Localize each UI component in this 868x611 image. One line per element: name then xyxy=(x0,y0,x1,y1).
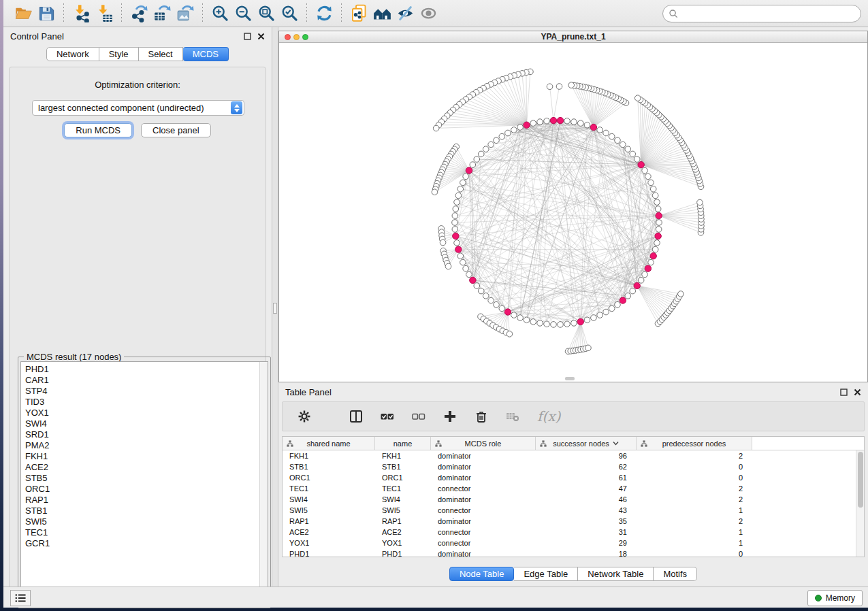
mcds-result-list[interactable]: PHD1CAR1STP4TID3YOX1SWI4SRD1PMA2FKH1ACE2… xyxy=(20,361,268,606)
hide-graphics-icon[interactable] xyxy=(393,3,417,24)
window-maximize-icon[interactable] xyxy=(302,34,308,40)
open-file-icon[interactable] xyxy=(12,3,35,24)
window-minimize-icon[interactable] xyxy=(293,34,300,40)
mcds-node-item[interactable]: CAR1 xyxy=(25,375,268,386)
table-row[interactable]: RAP1RAP1dominator352 xyxy=(283,516,856,527)
gear-icon[interactable] xyxy=(298,410,311,423)
columns-icon[interactable] xyxy=(349,410,363,423)
table-row[interactable]: PHD1PHD1dominator180 xyxy=(283,548,856,557)
first-neighbors-icon[interactable] xyxy=(370,3,393,24)
mcds-node-item[interactable]: STP4 xyxy=(25,386,268,397)
save-session-icon[interactable] xyxy=(35,3,58,24)
tab-network[interactable]: Network xyxy=(46,47,99,61)
network-graph[interactable] xyxy=(279,43,867,382)
cell-successor-nodes: 18 xyxy=(536,548,637,557)
column-header-successor-nodes[interactable]: successor nodes xyxy=(536,437,637,450)
mcds-node-item[interactable]: STB1 xyxy=(25,506,268,516)
mcds-node-item[interactable]: ACE2 xyxy=(25,462,268,473)
search-input[interactable] xyxy=(679,7,861,20)
mcds-node-item[interactable]: SRD1 xyxy=(25,429,268,440)
mcds-node-item[interactable]: ORC1 xyxy=(25,484,268,495)
table-row[interactable]: ORC1ORC1dominator610 xyxy=(283,472,856,483)
mcds-node-item[interactable]: SWI4 xyxy=(25,418,268,429)
cell-shared-name: PHD1 xyxy=(283,548,375,557)
tab-edge-table[interactable]: Edge Table xyxy=(514,567,578,581)
deselect-all-icon[interactable] xyxy=(412,410,425,423)
canvas-hscroll-thumb[interactable] xyxy=(565,377,575,380)
close-panel-icon[interactable] xyxy=(257,33,265,40)
export-table-icon[interactable] xyxy=(150,3,174,24)
run-mcds-button[interactable]: Run MCDS xyxy=(64,123,132,137)
cell-name: YOX1 xyxy=(375,538,431,548)
panel-menu-button[interactable] xyxy=(10,590,31,606)
zoom-selected-icon[interactable] xyxy=(278,3,301,24)
add-icon[interactable] xyxy=(443,410,457,423)
mcds-node-item[interactable]: STB5 xyxy=(25,473,268,484)
cell-name: STB1 xyxy=(375,461,431,472)
zoom-in-icon[interactable] xyxy=(208,3,231,24)
delete-table-icon xyxy=(506,410,519,423)
mcds-node-item[interactable]: GCR1 xyxy=(25,538,268,549)
export-image-icon[interactable] xyxy=(174,3,197,24)
window-close-icon[interactable] xyxy=(285,34,291,40)
tab-select[interactable]: Select xyxy=(139,47,183,61)
import-table-icon[interactable] xyxy=(93,3,116,24)
table-panel: Table Panel xyxy=(278,383,868,587)
network-canvas[interactable] xyxy=(279,43,867,382)
mcds-list-scrollbar[interactable] xyxy=(259,362,268,605)
float-panel-icon[interactable] xyxy=(244,33,251,40)
mcds-node-item[interactable]: YOX1 xyxy=(25,408,268,418)
tab-mcds[interactable]: MCDS xyxy=(183,47,229,61)
table-row[interactable]: TEC1TEC1connector472 xyxy=(283,483,856,494)
mcds-node-item[interactable]: RAP1 xyxy=(25,495,268,506)
mcds-node-item[interactable]: TEC1 xyxy=(25,527,268,538)
optimization-criterion-label: Optimization criterion: xyxy=(10,80,266,90)
close-panel-button[interactable]: Close panel xyxy=(141,123,211,137)
table-row[interactable]: ACE2ACE2connector311 xyxy=(283,527,856,538)
column-header-shared-name[interactable]: shared name xyxy=(283,437,375,450)
network-window-titlebar[interactable]: YPA_prune.txt_1 xyxy=(279,31,867,43)
mcds-node-item[interactable]: FKH1 xyxy=(25,451,268,462)
duplicate-network-icon[interactable] xyxy=(347,3,370,24)
cell-successor-nodes: 31 xyxy=(536,527,637,538)
memory-label: Memory xyxy=(826,593,855,603)
tab-style[interactable]: Style xyxy=(99,47,139,61)
table-row[interactable]: SWI4SWI4dominator462 xyxy=(283,494,856,505)
optimization-criterion-select[interactable]: largest connected component (undirected) xyxy=(32,100,244,116)
bird-eye-view-icon[interactable] xyxy=(417,3,440,24)
divider-handle[interactable] xyxy=(273,303,277,314)
cell-shared-name: TEC1 xyxy=(283,483,375,494)
mcds-node-item[interactable]: PHD1 xyxy=(25,364,268,375)
zoom-out-icon[interactable] xyxy=(231,3,255,24)
delete-icon[interactable] xyxy=(475,410,488,423)
memory-button[interactable]: Memory xyxy=(807,590,863,606)
tab-network-table[interactable]: Network Table xyxy=(578,567,654,581)
select-all-icon[interactable] xyxy=(381,410,394,423)
search-box[interactable] xyxy=(662,5,861,22)
mcds-node-item[interactable]: TID3 xyxy=(25,397,268,408)
table-scrollbar[interactable] xyxy=(856,450,864,557)
mcds-node-item[interactable]: SWI5 xyxy=(25,516,268,527)
tab-node-table[interactable]: Node Table xyxy=(449,567,515,581)
column-header-name[interactable]: name xyxy=(375,437,431,450)
cell-shared-name: SWI4 xyxy=(283,494,375,505)
refresh-icon[interactable] xyxy=(312,3,336,24)
table-row[interactable]: SWI5SWI5connector431 xyxy=(283,505,856,516)
table-row[interactable]: YOX1YOX1connector291 xyxy=(283,538,856,548)
float-panel-icon[interactable] xyxy=(840,389,848,396)
import-network-icon[interactable] xyxy=(69,3,93,24)
tab-motifs[interactable]: Motifs xyxy=(654,567,697,581)
column-header-predecessor-nodes[interactable]: predecessor nodes xyxy=(637,437,752,450)
split-pane-divider[interactable] xyxy=(272,27,278,587)
mcds-node-item[interactable]: PMA2 xyxy=(25,440,268,451)
table-scrollbar-thumb[interactable] xyxy=(858,452,863,508)
table-row[interactable]: FKH1FKH1dominator962 xyxy=(283,450,856,461)
cell-predecessor-nodes: 0 xyxy=(637,472,752,483)
column-type-icon xyxy=(641,440,647,447)
close-panel-icon[interactable] xyxy=(854,389,861,396)
zoom-fit-icon[interactable] xyxy=(255,3,278,24)
node-table: shared namenameMCDS rolesuccessor nodesp… xyxy=(282,436,865,557)
table-row[interactable]: STB1STB1dominator620 xyxy=(283,461,856,472)
export-network-icon[interactable] xyxy=(127,3,150,24)
column-header-mcds-role[interactable]: MCDS role xyxy=(431,437,536,450)
